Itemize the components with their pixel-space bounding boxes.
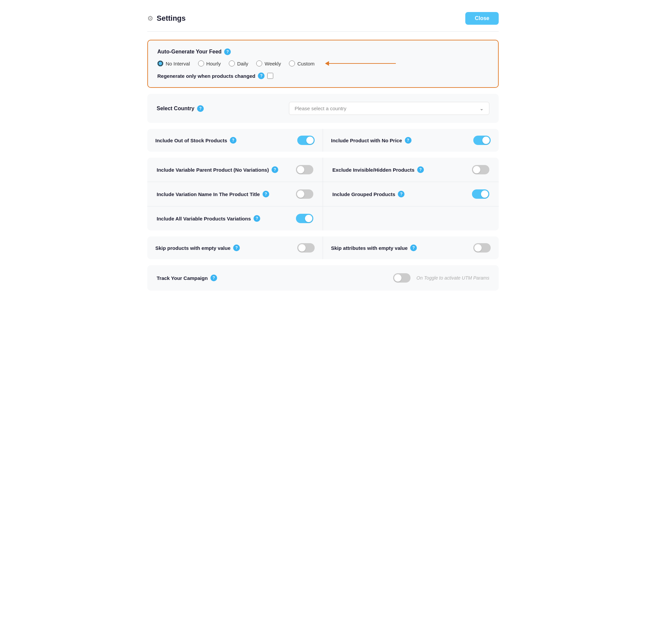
page-title: Settings (157, 14, 186, 23)
regenerate-checkbox[interactable] (267, 73, 273, 79)
country-label-text: Select Country (157, 106, 194, 112)
variable-parent-toggle[interactable] (296, 165, 313, 174)
country-row: Select Country ? Please select a country… (157, 102, 489, 115)
skip-empty-product-label: Skip products with empty value ? (155, 244, 297, 251)
close-button[interactable]: Close (465, 12, 499, 25)
skip-empty-product-slider (297, 243, 315, 252)
exclude-invisible-label: Exclude Invisible/Hidden Products ? (332, 166, 472, 173)
skip-empty-attr-text: Skip attributes with empty value (331, 245, 408, 251)
exclude-invisible-help-icon[interactable]: ? (417, 166, 424, 173)
include-out-of-stock-help-icon[interactable]: ? (230, 137, 236, 144)
skip-empty-attr-toggle[interactable] (473, 243, 491, 252)
campaign-section: Track Your Campaign ? On Toggle to activ… (147, 265, 499, 291)
all-variable-col: Include All Variable Products Variations… (147, 206, 323, 230)
campaign-row: Track Your Campaign ? On Toggle to activ… (157, 273, 489, 283)
all-variable-toggle[interactable] (296, 214, 313, 223)
skip-empty-section: Skip products with empty value ? Skip at… (147, 236, 499, 259)
arrow-head (325, 61, 329, 66)
include-out-of-stock-col: Include Out of Stock Products ? (147, 129, 323, 152)
campaign-label: Track Your Campaign ? (157, 275, 387, 281)
country-section: Select Country ? Please select a country… (147, 94, 499, 123)
exclude-invisible-text: Exclude Invisible/Hidden Products (332, 167, 415, 173)
variable-parent-slider (296, 165, 313, 174)
skip-empty-product-col: Skip products with empty value ? (147, 236, 323, 259)
country-select-dropdown[interactable]: Please select a country ⌄ (289, 102, 489, 115)
variation-name-row: Include Variation Name In The Product Ti… (147, 182, 499, 206)
arrow-line (329, 63, 396, 64)
auto-generate-help-icon[interactable]: ? (224, 48, 231, 55)
variable-parent-col: Include Variable Parent Product (No Vari… (147, 158, 323, 182)
auto-generate-section: Auto-Generate Your Feed ? No Interval Ho… (147, 40, 499, 88)
auto-generate-title: Auto-Generate Your Feed (157, 49, 221, 55)
campaign-label-text: Track Your Campaign (157, 275, 208, 281)
regenerate-row: Regenerate only when products changed ? (157, 73, 489, 79)
skip-empty-product-toggle[interactable] (297, 243, 315, 252)
variation-name-toggle[interactable] (296, 189, 313, 199)
include-grouped-toggle[interactable] (472, 189, 489, 199)
skip-empty-attr-col: Skip attributes with empty value ? (323, 236, 499, 259)
campaign-toggle[interactable] (393, 273, 411, 283)
variation-name-help-icon[interactable]: ? (262, 191, 269, 197)
skip-empty-attr-label: Skip attributes with empty value ? (331, 244, 473, 251)
radio-hourly-label: Hourly (206, 61, 221, 67)
variation-name-text: Include Variation Name In The Product Ti… (157, 191, 260, 197)
chevron-down-icon: ⌄ (480, 106, 484, 111)
campaign-slider (393, 273, 411, 283)
skip-empty-attr-help-icon[interactable]: ? (410, 244, 417, 251)
include-out-of-stock-label: Include Out of Stock Products ? (155, 137, 297, 144)
include-grouped-slider (472, 189, 489, 199)
include-grouped-help-icon[interactable]: ? (398, 191, 405, 197)
campaign-hint: On Toggle to activate UTM Params (417, 275, 489, 281)
exclude-invisible-col: Exclude Invisible/Hidden Products ? (323, 158, 499, 182)
radio-daily[interactable]: Daily (229, 61, 248, 67)
radio-no-interval[interactable]: No Interval (157, 61, 190, 67)
include-no-price-help-icon[interactable]: ? (405, 137, 412, 144)
country-label: Select Country ? (157, 105, 223, 112)
radio-weekly-label: Weekly (264, 61, 281, 67)
page-header: ⚙ Settings Close (147, 7, 499, 32)
variable-parent-label: Include Variable Parent Product (No Vari… (157, 166, 296, 173)
all-variable-help-icon[interactable]: ? (253, 215, 260, 222)
include-no-price-slider (473, 136, 491, 145)
include-out-of-stock-slider (297, 136, 315, 145)
skip-empty-product-help-icon[interactable]: ? (233, 244, 240, 251)
country-help-icon[interactable]: ? (197, 105, 204, 112)
include-out-of-stock-toggle[interactable] (297, 136, 315, 145)
stock-price-row: Include Out of Stock Products ? Include … (147, 129, 499, 152)
all-variable-empty-col (323, 206, 499, 230)
radio-hourly[interactable]: Hourly (198, 61, 221, 67)
variable-section: Include Variable Parent Product (No Vari… (147, 158, 499, 230)
arrow-annotation (325, 61, 396, 66)
auto-generate-label: Auto-Generate Your Feed ? (157, 48, 489, 55)
variation-name-col: Include Variation Name In The Product Ti… (147, 182, 323, 206)
campaign-help-icon[interactable]: ? (210, 275, 217, 281)
include-grouped-text: Include Grouped Products (332, 191, 395, 197)
stock-price-section: Include Out of Stock Products ? Include … (147, 129, 499, 152)
include-out-of-stock-text: Include Out of Stock Products (155, 138, 227, 143)
radio-daily-label: Daily (237, 61, 248, 67)
include-no-price-toggle[interactable] (473, 136, 491, 145)
variable-parent-text: Include Variable Parent Product (No Vari… (157, 167, 269, 173)
radio-custom[interactable]: Custom (289, 61, 315, 67)
country-placeholder: Please select a country (295, 106, 346, 111)
interval-radio-group: No Interval Hourly Daily Weekly Custom (157, 61, 489, 67)
radio-no-interval-label: No Interval (166, 61, 190, 67)
exclude-invisible-toggle[interactable] (472, 165, 489, 174)
variable-parent-row: Include Variable Parent Product (No Vari… (147, 158, 499, 182)
skip-empty-attr-slider (473, 243, 491, 252)
regenerate-help-icon[interactable]: ? (258, 73, 264, 79)
include-grouped-label: Include Grouped Products ? (332, 191, 472, 197)
include-grouped-col: Include Grouped Products ? (323, 182, 499, 206)
include-no-price-text: Include Product with No Price (331, 138, 402, 143)
exclude-invisible-slider (472, 165, 489, 174)
include-no-price-label: Include Product with No Price ? (331, 137, 473, 144)
skip-empty-row: Skip products with empty value ? Skip at… (147, 236, 499, 259)
variable-parent-help-icon[interactable]: ? (272, 166, 278, 173)
all-variable-row: Include All Variable Products Variations… (147, 206, 499, 230)
include-no-price-col: Include Product with No Price ? (323, 129, 499, 152)
all-variable-slider (296, 214, 313, 223)
radio-custom-label: Custom (297, 61, 315, 67)
all-variable-label: Include All Variable Products Variations… (157, 215, 296, 222)
all-variable-text: Include All Variable Products Variations (157, 216, 251, 221)
radio-weekly[interactable]: Weekly (256, 61, 281, 67)
